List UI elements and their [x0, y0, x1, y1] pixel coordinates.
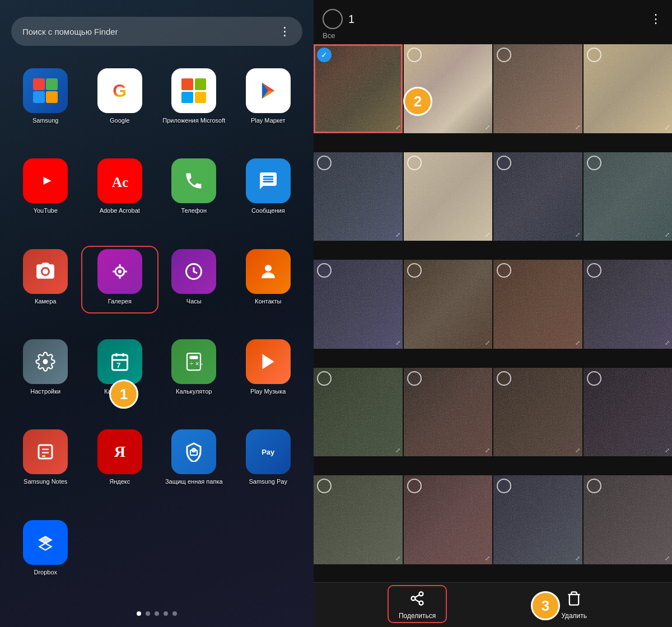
app-item-adobe[interactable]: AcAdobe Acrobat	[86, 158, 155, 238]
photo-select-15[interactable]	[497, 371, 511, 386]
app-icon-protect	[171, 429, 216, 474]
photo-select-1[interactable]: ✓	[317, 48, 332, 62]
photo-select-10[interactable]	[407, 263, 422, 278]
app-icon-calendar: 7	[97, 339, 142, 384]
delete-icon	[566, 591, 582, 610]
app-item-camera[interactable]: Камера	[11, 249, 80, 329]
photo-expand-15[interactable]: ⤢	[575, 447, 580, 454]
photo-expand-14[interactable]: ⤢	[485, 447, 490, 454]
photo-cell-18[interactable]: ⤢	[404, 475, 493, 564]
app-icon-yandex: Я	[97, 429, 142, 474]
photo-grid: ✓⤢⤢⤢⤢⤢⤢⤢⤢⤢⤢⤢⤢⤢⤢⤢⤢⤢⤢⤢⤢	[314, 44, 672, 582]
photo-expand-11[interactable]: ⤢	[575, 339, 580, 347]
app-item-phone[interactable]: Телефон	[160, 158, 228, 238]
app-item-clock[interactable]: Часы	[160, 249, 228, 329]
photo-cell-10[interactable]: ⤢	[404, 260, 493, 349]
photo-cell-16[interactable]: ⤢	[584, 368, 673, 457]
photo-select-18[interactable]	[407, 479, 422, 493]
page-dots	[137, 611, 177, 616]
photo-select-6[interactable]	[407, 156, 422, 170]
photo-cell-13[interactable]: ⤢	[314, 368, 403, 457]
photo-expand-12[interactable]: ⤢	[665, 339, 670, 347]
photo-select-4[interactable]	[587, 48, 601, 62]
photo-cell-5[interactable]: ⤢	[314, 152, 403, 241]
photo-cell-3[interactable]: ⤢	[493, 44, 582, 133]
gallery-bottom-bar: ПоделитьсяУдалить	[314, 582, 672, 627]
photo-cell-7[interactable]: ⤢	[493, 152, 582, 241]
dot-5	[172, 611, 177, 616]
photo-expand-16[interactable]: ⤢	[665, 447, 670, 454]
photo-cell-12[interactable]: ⤢	[584, 260, 673, 349]
svg-point-54	[412, 596, 416, 600]
photo-expand-17[interactable]: ⤢	[395, 555, 400, 562]
photo-expand-2[interactable]: ⤢	[485, 124, 490, 131]
photo-select-16[interactable]	[587, 371, 601, 386]
photo-select-8[interactable]	[587, 156, 601, 170]
search-menu-icon[interactable]: ⋮	[279, 25, 291, 38]
app-icon-gallery	[97, 249, 142, 294]
photo-cell-11[interactable]: ⤢	[493, 260, 582, 349]
photo-cell-4[interactable]: ⤢	[584, 44, 673, 133]
photo-expand-20[interactable]: ⤢	[665, 555, 670, 562]
app-item-yandex[interactable]: ЯЯндекс	[86, 429, 155, 509]
app-item-gallery[interactable]: Галерея	[86, 249, 155, 329]
svg-line-56	[415, 599, 419, 602]
bottom-action-share[interactable]: Поделиться	[399, 591, 436, 620]
photo-expand-10[interactable]: ⤢	[485, 339, 490, 347]
photo-expand-4[interactable]: ⤢	[665, 124, 670, 131]
app-item-samsung[interactable]: Samsung	[11, 68, 80, 148]
app-item-playmusic[interactable]: Play Музыка	[234, 339, 303, 419]
search-bar[interactable]: Поиск с помощью Finder ⋮	[11, 17, 302, 46]
photo-select-14[interactable]	[407, 371, 422, 386]
app-item-contacts[interactable]: Контакты	[234, 249, 303, 329]
app-label-sms: Сообщения	[251, 207, 285, 214]
photo-select-3[interactable]	[497, 48, 511, 62]
photo-cell-17[interactable]: ⤢	[314, 475, 403, 564]
photo-cell-8[interactable]: ⤢	[584, 152, 673, 241]
photo-expand-6[interactable]: ⤢	[485, 231, 490, 238]
photo-select-7[interactable]	[497, 156, 511, 170]
app-item-protect[interactable]: Защищ енная папка	[160, 429, 228, 509]
app-item-sms[interactable]: Сообщения	[234, 158, 303, 238]
photo-cell-9[interactable]: ⤢	[314, 260, 403, 349]
photo-cell-19[interactable]: ⤢	[493, 475, 582, 564]
photo-select-20[interactable]	[587, 479, 601, 493]
photo-select-2[interactable]	[407, 48, 422, 62]
photo-expand-8[interactable]: ⤢	[665, 231, 670, 238]
photo-expand-9[interactable]: ⤢	[395, 339, 400, 347]
app-label-samsung: Samsung	[32, 116, 58, 124]
app-label-google: Google	[110, 116, 129, 124]
photo-select-5[interactable]	[317, 156, 332, 170]
photo-cell-20[interactable]: ⤢	[584, 475, 673, 564]
photo-select-13[interactable]	[317, 371, 332, 386]
bottom-action-delete[interactable]: Удалить	[561, 591, 587, 620]
photo-expand-18[interactable]: ⤢	[485, 555, 490, 562]
photo-select-12[interactable]	[587, 263, 601, 278]
app-item-youtube[interactable]: YouTube	[11, 158, 80, 238]
app-item-settings[interactable]: Настройки	[11, 339, 80, 419]
photo-cell-6[interactable]: ⤢	[404, 152, 493, 241]
app-item-microsoft[interactable]: Приложения Microsoft	[160, 68, 228, 148]
photo-select-9[interactable]	[317, 263, 332, 278]
app-item-google[interactable]: GGoogle	[86, 68, 155, 148]
photo-select-11[interactable]	[497, 263, 511, 278]
app-item-playmarket[interactable]: Play Маркет	[234, 68, 303, 148]
app-icon-samsungpay: Pay	[246, 429, 291, 474]
photo-cell-14[interactable]: ⤢	[404, 368, 493, 457]
photo-expand-1[interactable]: ⤢	[395, 124, 400, 131]
photo-expand-7[interactable]: ⤢	[575, 231, 580, 238]
photo-expand-5[interactable]: ⤢	[395, 231, 400, 238]
app-item-dropbox[interactable]: Dropbox	[11, 520, 80, 600]
photo-cell-1[interactable]: ✓⤢	[314, 44, 403, 133]
photo-expand-19[interactable]: ⤢	[575, 555, 580, 562]
photo-expand-3[interactable]: ⤢	[575, 124, 580, 131]
select-all-circle[interactable]	[323, 9, 343, 29]
app-item-samsungpay[interactable]: PaySamsung Pay	[234, 429, 303, 509]
app-item-snotes[interactable]: Samsung Notes	[11, 429, 80, 509]
photo-expand-13[interactable]: ⤢	[395, 447, 400, 454]
app-grid: SamsungGGoogle Приложения MicrosoftPlay …	[11, 68, 302, 600]
app-label-dropbox: Dropbox	[34, 568, 57, 576]
photo-cell-15[interactable]: ⤢	[493, 368, 582, 457]
app-item-calc[interactable]: ÷ × - +Калькулятор	[160, 339, 228, 419]
gallery-menu-icon[interactable]: ⋮	[650, 12, 663, 26]
